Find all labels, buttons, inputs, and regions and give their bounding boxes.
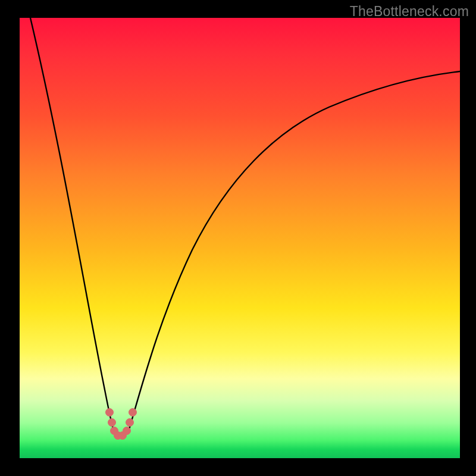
curve-layer	[20, 18, 460, 458]
svg-point-7	[129, 409, 137, 416]
svg-point-1	[108, 419, 116, 427]
watermark-text: TheBottleneck.com	[350, 4, 469, 20]
valley-markers	[106, 409, 137, 440]
svg-point-5	[123, 427, 131, 435]
svg-point-6	[126, 419, 134, 427]
chart-frame: TheBottleneck.com	[0, 0, 476, 476]
plot-area	[20, 18, 460, 458]
curve-right	[130, 71, 460, 427]
curve-left	[30, 18, 113, 428]
svg-point-0	[106, 409, 114, 416]
